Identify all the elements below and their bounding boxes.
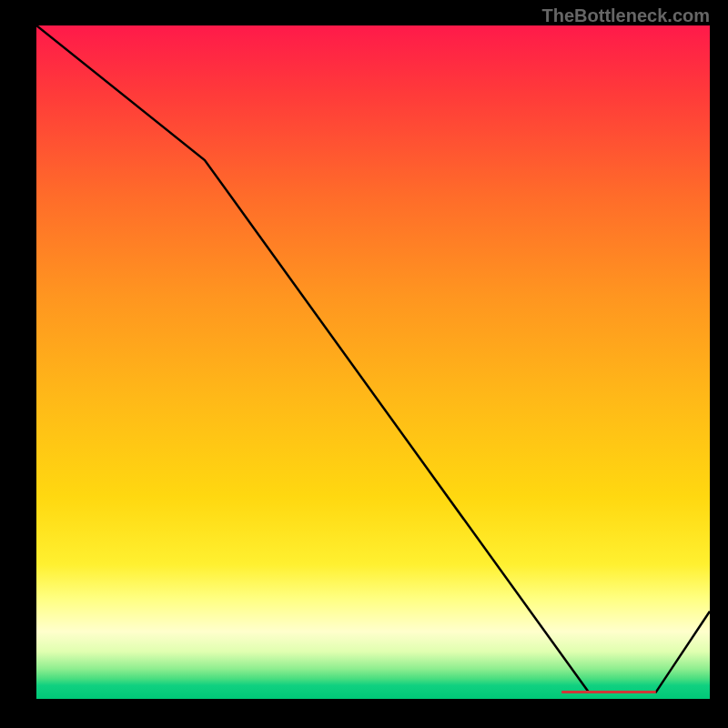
plot-background [36, 25, 710, 699]
chart-container: TheBottleneck.com [0, 0, 728, 728]
watermark-text: TheBottleneck.com [542, 5, 710, 26]
